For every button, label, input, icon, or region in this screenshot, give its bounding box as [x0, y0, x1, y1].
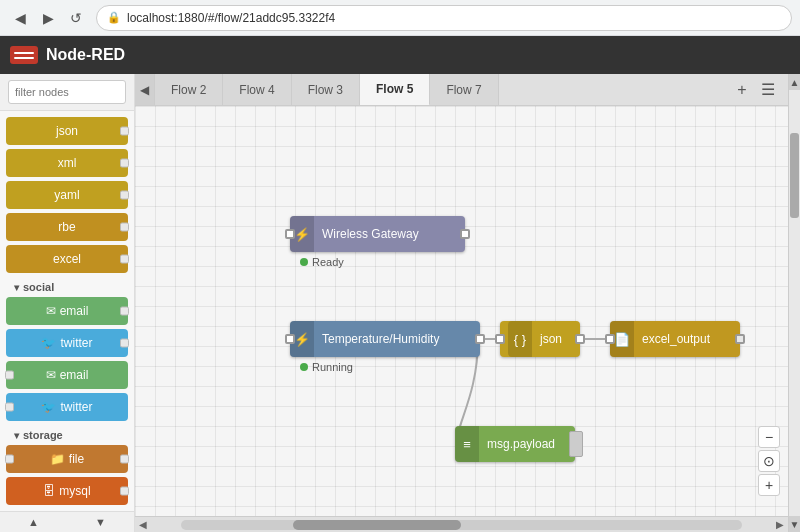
scroll-down[interactable]: ▼ — [67, 512, 134, 532]
json-port-right — [575, 334, 585, 344]
node-yaml-label: yaml — [54, 188, 79, 202]
file-port-right — [120, 455, 129, 464]
node-yaml-port — [120, 191, 129, 200]
add-tab-button[interactable]: + — [730, 78, 754, 102]
tab-flow3-label: Flow 3 — [308, 83, 343, 97]
tab-flow2-label: Flow 2 — [171, 83, 206, 97]
node-json[interactable]: json — [6, 117, 128, 145]
filter-bar — [0, 74, 134, 111]
temp-humidity-port-right — [475, 334, 485, 344]
node-email-in-label: email — [60, 304, 89, 318]
msg-payload-handle — [569, 431, 583, 457]
node-wireless-gateway[interactable]: ⚡ Wireless Gateway Ready — [290, 216, 465, 252]
section-social[interactable]: ▾ social — [6, 277, 128, 297]
tab-flow3[interactable]: Flow 3 — [292, 74, 360, 106]
app-name: Node-RED — [46, 46, 125, 64]
node-email-in[interactable]: ✉ email — [6, 297, 128, 325]
right-scrollbar: ▲ ▼ — [788, 74, 800, 532]
json-canvas-icon: { } — [508, 321, 532, 357]
excel-output-port-right — [735, 334, 745, 344]
h-scroll-left[interactable]: ◀ — [135, 519, 151, 530]
node-temp-humidity[interactable]: ⚡ Temperature/Humidity Running — [290, 321, 480, 357]
lock-icon: 🔒 — [107, 11, 121, 24]
canvas[interactable]: ⚡ Wireless Gateway Ready ⚡ Temperature/H… — [135, 106, 788, 516]
filter-input[interactable] — [8, 80, 126, 104]
v-scroll-thumb — [790, 133, 799, 218]
zoom-in-button[interactable]: + — [758, 474, 780, 496]
node-rbe-port — [120, 223, 129, 232]
msg-payload-icon: ≡ — [455, 426, 479, 462]
wireless-gateway-status-text: Ready — [312, 256, 344, 268]
twitter-in-icon: 🐦 — [41, 336, 56, 350]
node-file-label: file — [69, 452, 84, 466]
tab-menu-button[interactable]: ☰ — [756, 78, 780, 102]
zoom-controls: − ⊙ + — [758, 426, 780, 496]
twitter-out-icon: 🐦 — [41, 400, 56, 414]
editor-area: ◀ Flow 2 Flow 4 Flow 3 Flow 5 Flow 7 + — [135, 74, 788, 532]
back-button[interactable]: ◀ — [8, 6, 32, 30]
email-in-port — [120, 307, 129, 316]
tab-flow2[interactable]: Flow 2 — [155, 74, 223, 106]
node-twitter-in[interactable]: 🐦 twitter — [6, 329, 128, 357]
tab-scroll-left[interactable]: ◀ — [135, 74, 155, 106]
node-excel[interactable]: excel — [6, 245, 128, 273]
node-json-canvas[interactable]: { } json — [500, 321, 580, 357]
node-mysql-label: mysql — [59, 484, 90, 498]
file-port-left — [5, 455, 14, 464]
node-excel-output[interactable]: 📄 excel_output — [610, 321, 740, 357]
app-container: Node-RED json xml yaml — [0, 36, 800, 532]
node-json-port — [120, 127, 129, 136]
excel-output-label: excel_output — [642, 332, 710, 346]
zoom-out-button[interactable]: − — [758, 426, 780, 448]
temp-humidity-status: Running — [300, 361, 353, 373]
node-xml-label: xml — [58, 156, 77, 170]
topbar-logo: Node-RED — [10, 46, 125, 64]
node-email-out[interactable]: ✉ email — [6, 361, 128, 389]
node-twitter-in-label: twitter — [60, 336, 92, 350]
twitter-out-port — [5, 403, 14, 412]
canvas-footer: ◀ ▶ — [135, 516, 788, 532]
h-scroll-right[interactable]: ▶ — [772, 519, 788, 530]
zoom-reset-button[interactable]: ⊙ — [758, 450, 780, 472]
tab-flow7[interactable]: Flow 7 — [430, 74, 498, 106]
node-excel-port — [120, 255, 129, 264]
url-text: localhost:1880/#/flow/21addc95.3322f4 — [127, 11, 335, 25]
node-xml-port — [120, 159, 129, 168]
logo-icon — [10, 46, 38, 64]
node-rbe[interactable]: rbe — [6, 213, 128, 241]
node-yaml[interactable]: yaml — [6, 181, 128, 209]
node-msg-payload[interactable]: ≡ msg.payload — [455, 426, 575, 462]
section-social-label: social — [23, 281, 54, 293]
sidebar-scroll-arrows: ▲ ▼ — [0, 511, 134, 532]
browser-chrome: ◀ ▶ ↺ 🔒 localhost:1880/#/flow/21addc95.3… — [0, 0, 800, 36]
node-twitter-out[interactable]: 🐦 twitter — [6, 393, 128, 421]
wireless-gateway-port-right — [460, 229, 470, 239]
node-xml[interactable]: xml — [6, 149, 128, 177]
section-storage-label: storage — [23, 429, 63, 441]
social-chevron: ▾ — [14, 282, 19, 293]
section-storage[interactable]: ▾ storage — [6, 425, 128, 445]
sidebar: json xml yaml rbe — [0, 74, 135, 532]
email-out-icon: ✉ — [46, 368, 56, 382]
main-content: json xml yaml rbe — [0, 74, 800, 532]
forward-button[interactable]: ▶ — [36, 6, 60, 30]
wireless-gateway-status-dot — [300, 258, 308, 266]
refresh-button[interactable]: ↺ — [64, 6, 88, 30]
node-file[interactable]: 📁 file — [6, 445, 128, 473]
address-bar[interactable]: 🔒 localhost:1880/#/flow/21addc95.3322f4 — [96, 5, 792, 31]
node-email-out-label: email — [60, 368, 89, 382]
nav-buttons: ◀ ▶ ↺ — [8, 6, 88, 30]
tab-flow4[interactable]: Flow 4 — [223, 74, 291, 106]
v-scroll-up[interactable]: ▲ — [789, 74, 800, 90]
tab-flow4-label: Flow 4 — [239, 83, 274, 97]
node-mysql[interactable]: 🗄 mysql — [6, 477, 128, 505]
tab-flow5[interactable]: Flow 5 — [360, 74, 430, 106]
storage-chevron: ▾ — [14, 430, 19, 441]
email-out-port — [5, 371, 14, 380]
v-scroll-track — [789, 90, 800, 516]
h-scrollbar[interactable] — [181, 520, 742, 530]
wireless-gateway-status: Ready — [300, 256, 344, 268]
sidebar-nodes: json xml yaml rbe — [0, 111, 134, 511]
v-scroll-down[interactable]: ▼ — [789, 516, 800, 532]
scroll-up[interactable]: ▲ — [0, 512, 67, 532]
